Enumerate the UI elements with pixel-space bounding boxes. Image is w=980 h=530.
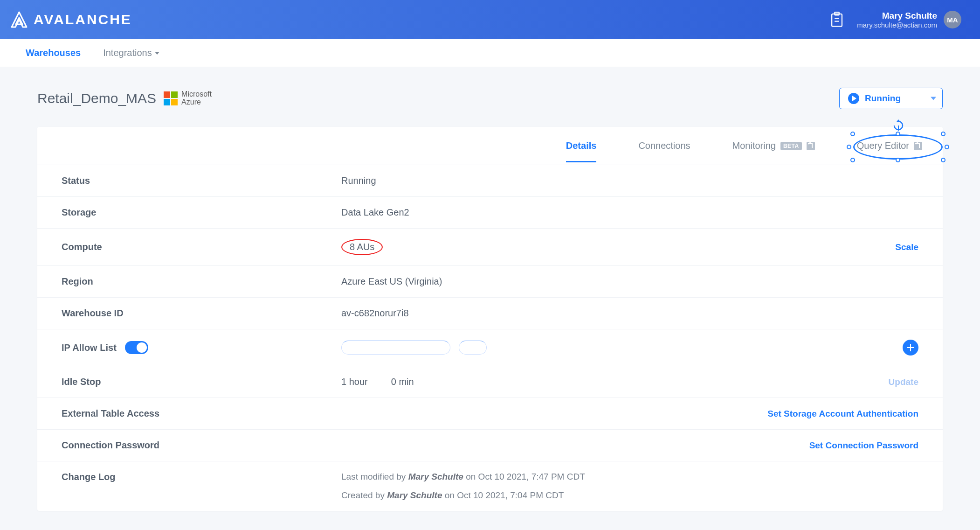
details-card: Details Connections Monitoring BETA Quer… — [37, 127, 943, 511]
tabs-row: Details Connections Monitoring BETA Quer… — [37, 127, 943, 165]
changelog-created-prefix: Created by — [341, 490, 387, 500]
ip-allow-toggle[interactable] — [125, 341, 148, 354]
cloud-vendor-line2: Azure — [181, 98, 212, 106]
cloud-vendor-line1: Microsoft — [181, 91, 212, 98]
label-idle-stop: Idle Stop — [62, 377, 341, 387]
set-storage-auth-button[interactable]: Set Storage Account Authentication — [767, 409, 918, 419]
chevron-down-icon — [155, 52, 159, 55]
app-header: AVALANCHE Mary Schulte mary.schulte@acti… — [0, 0, 980, 39]
svg-rect-0 — [832, 14, 842, 27]
label-storage: Storage — [62, 207, 341, 218]
row-status: Status Running — [37, 165, 943, 197]
changelog-modified-suffix: on Oct 10 2021, 7:47 PM CDT — [463, 472, 585, 481]
tab-connections[interactable]: Connections — [638, 140, 690, 151]
tab-query-editor[interactable]: Query Editor — [857, 140, 922, 151]
value-compute-text: 8 AUs — [350, 242, 374, 252]
status-dropdown-label: Running — [865, 93, 901, 104]
chevron-down-icon — [931, 97, 936, 100]
cloud-vendor-logo: Microsoft Azure — [164, 91, 212, 106]
set-connection-password-button[interactable]: Set Connection Password — [809, 440, 918, 451]
row-region: Region Azure East US (Virginia) — [37, 266, 943, 298]
user-menu[interactable]: Mary Schulte mary.schulte@actian.com MA — [857, 11, 961, 29]
nav-integrations-label: Integrations — [103, 48, 152, 58]
tab-query-editor-label: Query Editor — [857, 140, 909, 151]
tab-monitoring-label: Monitoring — [732, 140, 776, 151]
label-status: Status — [62, 175, 341, 186]
rotate-handle-icon — [892, 119, 904, 132]
brand-name: AVALANCHE — [34, 12, 132, 28]
label-ip-allow-text: IP Allow List — [62, 342, 117, 353]
changelog-created-by: Mary Schulte — [387, 490, 442, 500]
status-dropdown[interactable]: Running — [839, 88, 943, 109]
row-external-table: External Table Access Set Storage Accoun… — [37, 398, 943, 430]
changelog-modified-prefix: Last modified by — [341, 472, 408, 481]
changelog-created: Created by Mary Schulte on Oct 10 2021, … — [341, 490, 918, 501]
play-icon — [848, 93, 859, 104]
microsoft-icon — [164, 91, 178, 105]
row-ip-allow: IP Allow List — [37, 329, 943, 366]
label-region: Region — [62, 276, 341, 287]
value-ip-allow — [341, 341, 903, 355]
user-name: Mary Schulte — [857, 11, 937, 21]
row-connection-password: Connection Password Set Connection Passw… — [37, 430, 943, 461]
changelog-modified: Last modified by Mary Schulte on Oct 10 … — [341, 472, 918, 482]
avalanche-icon — [9, 10, 29, 29]
user-email: mary.schulte@actian.com — [857, 21, 937, 29]
row-compute: Compute 8 AUs Scale — [37, 229, 943, 266]
beta-badge: BETA — [780, 142, 802, 150]
row-idle-stop: Idle Stop 1 hour 0 min Update — [37, 366, 943, 398]
label-connection-password: Connection Password — [62, 440, 341, 451]
clipboard-icon[interactable] — [830, 12, 844, 28]
external-link-icon — [914, 142, 922, 150]
row-storage: Storage Data Lake Gen2 — [37, 197, 943, 229]
external-link-icon — [807, 142, 815, 150]
main-nav: Warehouses Integrations — [0, 39, 980, 67]
update-button[interactable]: Update — [889, 377, 918, 387]
annotation-circle: 8 AUs — [341, 239, 383, 255]
ip-chip[interactable] — [341, 341, 450, 355]
value-idle-min: 0 min — [391, 377, 414, 387]
value-region: Azure East US (Virginia) — [341, 276, 918, 287]
label-ip-allow: IP Allow List — [62, 341, 341, 354]
label-compute: Compute — [62, 242, 341, 252]
nav-warehouses[interactable]: Warehouses — [26, 48, 81, 58]
changelog-modified-by: Mary Schulte — [408, 472, 463, 481]
scale-button[interactable]: Scale — [895, 242, 918, 252]
value-warehouse-id: av-c682norur7i8 — [341, 308, 918, 319]
nav-integrations[interactable]: Integrations — [103, 48, 159, 58]
value-compute: 8 AUs — [341, 239, 895, 255]
value-status: Running — [341, 175, 918, 186]
label-external-table: External Table Access — [62, 408, 341, 419]
ip-chip[interactable] — [459, 341, 487, 355]
tab-monitoring[interactable]: Monitoring BETA — [732, 140, 815, 151]
avatar: MA — [944, 11, 961, 28]
row-warehouse-id: Warehouse ID av-c682norur7i8 — [37, 298, 943, 329]
label-warehouse-id: Warehouse ID — [62, 308, 341, 319]
tab-details[interactable]: Details — [566, 140, 597, 151]
add-ip-button[interactable] — [903, 340, 918, 356]
row-changelog: Change Log Last modified by Mary Schulte… — [37, 461, 943, 511]
changelog-created-suffix: on Oct 10 2021, 7:04 PM CDT — [442, 490, 564, 500]
brand-logo[interactable]: AVALANCHE — [9, 10, 132, 29]
warehouse-title: Retail_Demo_MAS — [37, 91, 156, 106]
value-storage: Data Lake Gen2 — [341, 207, 918, 218]
value-idle-hour: 1 hour — [341, 377, 368, 387]
label-changelog: Change Log — [62, 472, 341, 482]
